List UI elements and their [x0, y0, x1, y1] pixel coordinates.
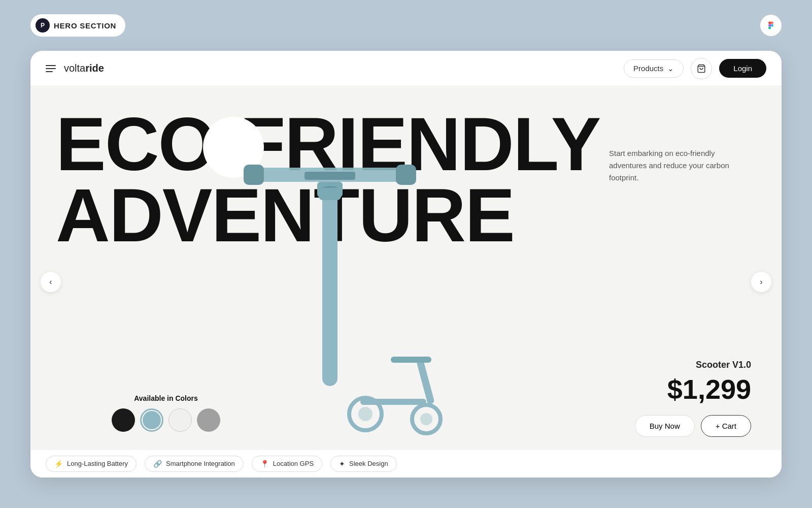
- product-price: $1,299: [635, 373, 751, 405]
- feature-tag-smartphone: 🔗 Smartphone Integration: [145, 456, 244, 472]
- svg-point-12: [420, 413, 432, 425]
- svg-rect-14: [416, 359, 435, 405]
- login-button[interactable]: Login: [719, 59, 766, 78]
- gps-icon: 📍: [260, 460, 269, 468]
- svg-rect-5: [322, 193, 337, 386]
- svg-rect-2: [244, 165, 264, 185]
- svg-point-10: [358, 407, 373, 421]
- feature-tag-gps: 📍 Location GPS: [252, 456, 322, 472]
- top-bar-badge: P HERO SECTION: [30, 14, 125, 37]
- color-swatch-white[interactable]: [168, 408, 192, 432]
- color-swatches: [112, 408, 220, 432]
- product-info: Scooter V1.0 $1,299 Buy Now + Cart: [635, 360, 751, 437]
- design-icon: ✦: [339, 460, 345, 468]
- smartphone-icon: 🔗: [153, 460, 162, 468]
- products-dropdown[interactable]: Products ⌄: [624, 59, 684, 78]
- color-section: Available in Colors: [112, 394, 220, 432]
- svg-rect-3: [396, 165, 416, 185]
- buy-now-button[interactable]: Buy Now: [635, 415, 695, 437]
- figma-icon: [760, 15, 782, 36]
- feature-tag-battery-label: Long-Lasting Battery: [67, 460, 128, 467]
- hero-description: Start embarking on eco-friendly adventur…: [609, 147, 741, 184]
- product-actions: Buy Now + Cart: [635, 415, 751, 437]
- top-bar-left: P HERO SECTION: [30, 14, 125, 37]
- hamburger-menu[interactable]: [46, 65, 56, 72]
- feature-tag-battery: ⚡ Long-Lasting Battery: [46, 456, 137, 472]
- color-swatch-gray[interactable]: [197, 408, 220, 432]
- prev-arrow[interactable]: ‹: [41, 272, 61, 292]
- feature-tags: ⚡ Long-Lasting Battery 🔗 Smartphone Inte…: [30, 449, 782, 478]
- product-name: Scooter V1.0: [635, 360, 751, 370]
- svg-rect-13: [360, 399, 426, 405]
- add-to-cart-button[interactable]: + Cart: [701, 415, 751, 437]
- chevron-down-icon: ⌄: [667, 64, 674, 73]
- feature-tag-smartphone-label: Smartphone Integration: [166, 460, 235, 467]
- scooter-small-image: [345, 335, 447, 437]
- feature-tag-design: ✦ Sleek Design: [330, 456, 397, 472]
- svg-rect-15: [391, 357, 431, 363]
- hero-section: ECO-FRIENDLY ADVENTURE: [30, 86, 782, 478]
- nav-left: voltaride: [46, 62, 104, 74]
- top-bar-title: HERO SECTION: [54, 21, 116, 30]
- main-card: voltaride Products ⌄ Login ECO-FRIENDLY …: [30, 51, 782, 478]
- svg-rect-6: [304, 172, 355, 180]
- feature-tag-gps-label: Location GPS: [273, 460, 314, 467]
- feature-tag-design-label: Sleek Design: [349, 460, 388, 467]
- svg-rect-8: [319, 188, 341, 200]
- color-title: Available in Colors: [112, 394, 220, 402]
- nav-right: Products ⌄ Login: [624, 58, 766, 79]
- p-icon: P: [36, 18, 50, 33]
- brand-name: voltaride: [64, 62, 104, 74]
- cart-button[interactable]: [691, 58, 712, 79]
- color-swatch-blue[interactable]: [140, 408, 163, 432]
- next-arrow[interactable]: ›: [751, 272, 771, 292]
- navbar: voltaride Products ⌄ Login: [30, 51, 782, 86]
- top-bar: P HERO SECTION: [30, 14, 782, 37]
- color-swatch-black[interactable]: [112, 408, 135, 432]
- battery-icon: ⚡: [54, 460, 63, 468]
